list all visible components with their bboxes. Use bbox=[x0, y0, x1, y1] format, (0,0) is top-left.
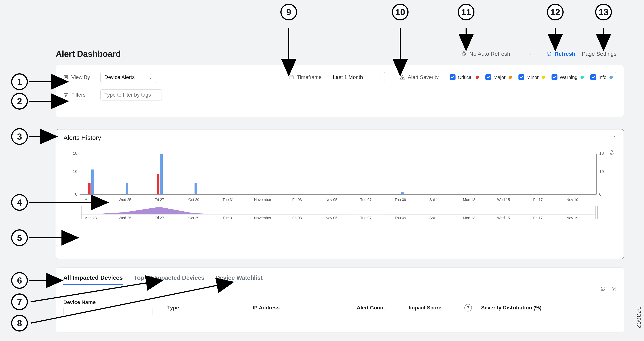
checkbox-icon bbox=[552, 74, 558, 80]
callout-1: 1 bbox=[11, 73, 28, 90]
devices-table-header: Device Name Type IP Address Alert Count … bbox=[63, 300, 616, 316]
severity-dot-icon bbox=[476, 76, 479, 79]
svg-text:10: 10 bbox=[73, 169, 78, 174]
timeframe-select[interactable]: Last 1 Month ⌄ bbox=[329, 72, 385, 83]
checkbox-icon bbox=[450, 74, 456, 80]
alerts-history-overview[interactable]: Mon 23Wed 25Fri 27Oct 29Tue 31NovemberFr… bbox=[67, 205, 610, 220]
svg-rect-30 bbox=[126, 183, 128, 194]
svg-text:Fri 03: Fri 03 bbox=[292, 198, 302, 202]
svg-rect-32 bbox=[160, 154, 163, 194]
checkbox-icon bbox=[590, 74, 596, 80]
severity-label: Info bbox=[598, 74, 606, 80]
severity-dot-icon bbox=[542, 76, 545, 79]
svg-rect-37 bbox=[595, 206, 598, 219]
severity-minor[interactable]: Minor bbox=[518, 74, 545, 80]
col-device-name-label: Device Name bbox=[63, 300, 167, 305]
header-tools: No Auto Refresh ⌄ Refresh Page Settings bbox=[461, 50, 616, 58]
svg-text:Mon 23: Mon 23 bbox=[84, 198, 97, 202]
auto-refresh-select[interactable]: No Auto Refresh ⌄ bbox=[461, 51, 533, 57]
svg-rect-28 bbox=[88, 183, 90, 194]
svg-text:Mon 23: Mon 23 bbox=[84, 216, 97, 220]
tab-all[interactable]: All Impacted Devices bbox=[63, 273, 123, 284]
svg-text:Nov 19: Nov 19 bbox=[566, 216, 578, 220]
callout-9: 9 bbox=[280, 4, 297, 20]
svg-text:10: 10 bbox=[599, 169, 604, 174]
svg-text:Mon 13: Mon 13 bbox=[463, 198, 476, 202]
svg-text:Nov 05: Nov 05 bbox=[326, 198, 337, 202]
col-impact-score: Impact Score bbox=[409, 305, 464, 311]
svg-text:November: November bbox=[254, 216, 271, 220]
chevron-down-icon: ⌄ bbox=[148, 75, 152, 80]
divider bbox=[392, 74, 392, 81]
tab-watch[interactable]: Device Watchlist bbox=[216, 273, 262, 284]
calendar-icon bbox=[289, 75, 294, 80]
auto-refresh-value: No Auto Refresh bbox=[469, 51, 510, 57]
svg-text:Oct 29: Oct 29 bbox=[188, 216, 199, 220]
severity-major[interactable]: Major bbox=[486, 74, 512, 80]
filters-row: Filters bbox=[63, 89, 616, 100]
svg-text:Tue 07: Tue 07 bbox=[360, 198, 372, 202]
svg-text:Sat 11: Sat 11 bbox=[429, 216, 440, 220]
list-icon bbox=[63, 75, 68, 80]
col-type: Type bbox=[167, 305, 253, 311]
callout-10: 10 bbox=[392, 4, 408, 20]
refresh-button[interactable]: Refresh bbox=[546, 51, 575, 57]
svg-text:Mon 13: Mon 13 bbox=[463, 216, 476, 220]
col-severity-dist: Severity Distribution (%) bbox=[481, 305, 592, 311]
view-by-label: View By bbox=[63, 74, 96, 80]
page-header: Alert Dashboard No Auto Refresh ⌄ Refres… bbox=[56, 46, 624, 61]
severity-label: Minor bbox=[527, 74, 539, 80]
chevron-down-icon: ⌄ bbox=[377, 75, 381, 80]
alerts-history-panel: Alerts History ⌃ 0010101818Mon 23Wed 25F… bbox=[56, 129, 624, 259]
view-by-select[interactable]: Device Alerts ⌄ bbox=[100, 72, 156, 83]
svg-text:Oct 29: Oct 29 bbox=[188, 198, 199, 202]
devices-tools bbox=[600, 286, 616, 292]
severity-dot-icon bbox=[580, 76, 584, 79]
devices-panel: All Impacted DevicesTop 20 Impacted Devi… bbox=[56, 268, 624, 332]
view-by-text: View By bbox=[71, 74, 90, 80]
help-icon[interactable]: ? bbox=[464, 304, 472, 312]
alerts-history-header[interactable]: Alerts History ⌃ bbox=[56, 130, 624, 146]
severity-info[interactable]: Info bbox=[590, 74, 613, 80]
svg-rect-34 bbox=[401, 192, 404, 194]
svg-rect-33 bbox=[194, 183, 197, 194]
chevron-up-icon: ⌃ bbox=[612, 135, 616, 140]
svg-text:Wed 15: Wed 15 bbox=[497, 198, 510, 202]
svg-text:Tue 31: Tue 31 bbox=[222, 216, 234, 220]
alerts-history-bar-chart[interactable]: 0010101818Mon 23Wed 25Fri 27Oct 29Tue 31… bbox=[67, 152, 610, 204]
tab-top20[interactable]: Top 20 Impacted Devices bbox=[134, 273, 204, 284]
svg-text:Fri 17: Fri 17 bbox=[533, 198, 542, 202]
filter-icon bbox=[63, 92, 68, 98]
svg-text:Wed 25: Wed 25 bbox=[119, 216, 132, 220]
callout-2: 2 bbox=[11, 93, 28, 110]
callout-6: 6 bbox=[11, 272, 28, 289]
device-name-filter-input[interactable] bbox=[63, 307, 152, 316]
svg-point-53 bbox=[613, 288, 614, 290]
callout-12: 12 bbox=[547, 4, 564, 20]
checkbox-icon bbox=[518, 74, 524, 80]
svg-text:Tue 31: Tue 31 bbox=[222, 198, 234, 202]
devices-settings-button[interactable] bbox=[611, 286, 616, 292]
svg-text:Fri 27: Fri 27 bbox=[155, 198, 164, 202]
side-code: 523602 bbox=[635, 306, 642, 328]
svg-text:Thu 09: Thu 09 bbox=[394, 198, 406, 202]
severity-critical[interactable]: Critical bbox=[450, 74, 479, 80]
filters-panel: View By Device Alerts ⌄ Filters Tim bbox=[56, 65, 624, 117]
svg-text:Tue 07: Tue 07 bbox=[360, 216, 372, 220]
filters-input[interactable] bbox=[100, 89, 162, 100]
view-by-value: Device Alerts bbox=[104, 74, 135, 80]
alert-icon bbox=[400, 75, 405, 80]
page-title: Alert Dashboard bbox=[56, 49, 121, 59]
page-settings-button[interactable]: Page Settings bbox=[582, 51, 616, 57]
timeframe-severity-group: Timeframe Last 1 Month ⌄ Alert Severity … bbox=[289, 72, 616, 83]
alerts-history-title: Alerts History bbox=[64, 134, 101, 141]
svg-rect-31 bbox=[157, 174, 159, 194]
severity-label: Critical bbox=[458, 74, 472, 80]
svg-text:Wed 25: Wed 25 bbox=[119, 198, 132, 202]
chart-refresh-button[interactable] bbox=[609, 150, 614, 155]
col-device-name: Device Name bbox=[63, 300, 167, 316]
svg-rect-36 bbox=[79, 206, 81, 219]
devices-refresh-button[interactable] bbox=[600, 286, 606, 292]
svg-text:0: 0 bbox=[599, 192, 602, 196]
severity-warning[interactable]: Warning bbox=[552, 74, 584, 80]
